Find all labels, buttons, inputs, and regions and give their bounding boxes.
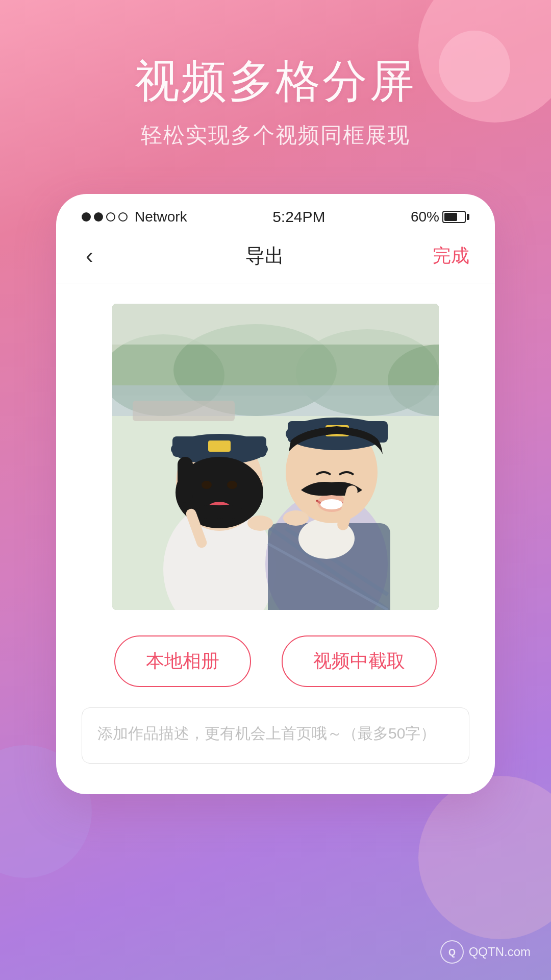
signal-dot-2 — [94, 212, 103, 222]
signal-dot-4 — [118, 212, 128, 222]
watermark-logo-icon: Q — [439, 939, 465, 965]
couple-photo — [112, 304, 439, 610]
battery-icon — [442, 211, 469, 223]
photo-frame — [112, 304, 439, 610]
svg-point-33 — [247, 516, 273, 531]
status-bar: Network 5:24PM 60% — [56, 194, 495, 234]
nav-title: 导出 — [245, 243, 284, 269]
svg-rect-7 — [133, 401, 235, 421]
photo-area — [56, 283, 495, 625]
nav-bar: ‹ 导出 完成 — [56, 234, 495, 283]
description-placeholder: 添加作品描述，更有机会上首页哦～（最多50字） — [97, 725, 436, 742]
phone-card: Network 5:24PM 60% ‹ 导出 完成 — [56, 194, 495, 794]
time-display: 5:24PM — [272, 208, 325, 226]
svg-rect-15 — [178, 457, 193, 503]
battery-percent: 60% — [411, 209, 439, 225]
svg-rect-13 — [208, 440, 231, 452]
description-area[interactable]: 添加作品描述，更有机会上首页哦～（最多50字） — [82, 707, 469, 764]
main-title: 视频多格分屏 — [0, 51, 551, 112]
phone-mockup: Network 5:24PM 60% ‹ 导出 完成 — [56, 194, 495, 794]
battery-area: 60% — [411, 209, 469, 225]
svg-point-17 — [227, 481, 237, 489]
watermark-text: QQTN.com — [469, 945, 531, 959]
svg-text:Q: Q — [448, 947, 456, 958]
signal-area: Network — [82, 209, 187, 225]
network-label: Network — [135, 209, 187, 225]
battery-body — [442, 211, 466, 223]
header-section: 视频多格分屏 轻松实现多个视频同框展现 — [0, 51, 551, 150]
watermark: Q QQTN.com — [439, 939, 531, 965]
svg-point-16 — [202, 481, 212, 489]
video-capture-button[interactable]: 视频中截取 — [282, 635, 437, 687]
svg-rect-8 — [112, 304, 439, 345]
battery-fill — [444, 213, 457, 221]
sub-title: 轻松实现多个视频同框展现 — [0, 121, 551, 150]
signal-dot-1 — [82, 212, 91, 222]
signal-dots — [82, 212, 128, 222]
svg-point-31 — [320, 499, 343, 509]
svg-point-34 — [283, 510, 309, 526]
back-button[interactable]: ‹ — [82, 239, 97, 273]
battery-tip — [467, 214, 469, 220]
action-buttons: 本地相册 视频中截取 — [56, 625, 495, 702]
local-album-button[interactable]: 本地相册 — [114, 635, 251, 687]
signal-dot-3 — [106, 212, 115, 222]
done-button[interactable]: 完成 — [433, 243, 469, 268]
